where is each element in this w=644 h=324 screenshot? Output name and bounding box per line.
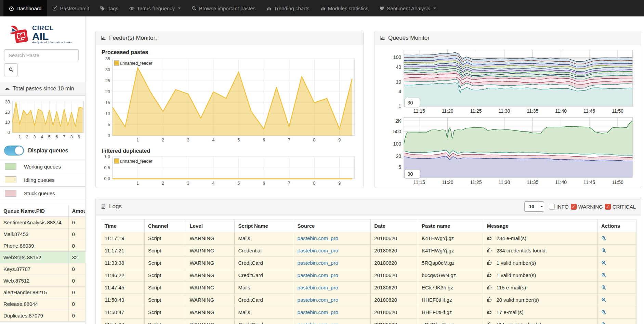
legend-idling-queues: Idling queues [0, 173, 85, 186]
search-plus-icon[interactable] [601, 297, 606, 303]
log-source: pastebin.com_pro [294, 232, 371, 245]
svg-text:8: 8 [313, 181, 316, 186]
caret-down-icon [178, 8, 181, 9]
nav-item-tags[interactable]: Tags [94, 0, 124, 16]
search-plus-icon[interactable] [601, 272, 606, 278]
log-actions [597, 306, 636, 319]
queue-amount: 0 [68, 240, 86, 252]
svg-text:9: 9 [78, 135, 80, 139]
legend-swatch [5, 176, 16, 183]
svg-text:7: 7 [63, 135, 65, 139]
checkbox-warning[interactable]: ✓ [571, 204, 577, 210]
log-script: CreditCard [235, 294, 294, 306]
filter-info[interactable]: INFO [549, 204, 569, 210]
thumbs-up-icon [487, 248, 492, 253]
thumbs-up-icon [487, 322, 492, 324]
svg-text:3: 3 [34, 135, 36, 139]
log-paste-name: HHEF0tHf.gz [418, 294, 483, 306]
nav-item-modules-statistics[interactable]: Modules statistics [315, 0, 374, 16]
svg-text:6: 6 [263, 181, 265, 186]
queues-bottom-zoom-input[interactable] [404, 169, 420, 178]
log-time: 11:46:22 [101, 269, 145, 282]
logo-subtitle: Analysis of Information Leaks [32, 41, 72, 44]
search-plus-icon[interactable] [601, 260, 606, 266]
search-paste-input[interactable] [4, 49, 79, 61]
legend-stuck-queues: Stuck queues [0, 186, 85, 200]
svg-text:4: 4 [398, 89, 401, 94]
nav-item-label: Tags [107, 5, 118, 11]
tag-icon [100, 5, 105, 11]
log-actions [597, 269, 636, 282]
logs-header-source: Source [294, 220, 371, 232]
nav-item-label: Terms frequency [137, 5, 175, 11]
svg-text:100: 100 [393, 54, 402, 60]
log-date: 20180620 [371, 257, 418, 269]
bar-chart-icon [266, 5, 272, 11]
logs-panel: Logs 10 INFO✓WARNING✓CRITICAL TimeChanne… [95, 198, 641, 324]
edit-icon [52, 5, 57, 11]
dashboard-icon [9, 5, 14, 11]
search-plus-icon[interactable] [601, 309, 606, 315]
svg-text:9: 9 [338, 138, 341, 142]
svg-text:1: 1 [18, 135, 21, 139]
nav-item-terms-frequency[interactable]: Terms frequency [124, 0, 186, 16]
log-paste-name: HHEF0tHf.gz [418, 306, 483, 319]
svg-text:unnamed_feeder: unnamed_feeder [120, 61, 153, 66]
queue-row: Keys.877870 [0, 263, 86, 275]
source-link[interactable]: pastebin.com_pro [298, 235, 338, 241]
log-date: 20180620 [371, 269, 418, 282]
log-script: Mails [235, 232, 294, 245]
svg-text:6: 6 [56, 135, 58, 139]
nav-item-dashboard[interactable]: Dashboard [3, 0, 47, 16]
display-queues-toggle[interactable] [4, 146, 24, 155]
svg-text:0: 0 [8, 130, 10, 135]
log-row: 11:47:45ScriptWARNINGMailspastebin.com_p… [101, 282, 636, 294]
svg-text:10: 10 [105, 111, 110, 116]
queue-row: WebStats.8815232 [0, 252, 86, 263]
checkbox-critical[interactable]: ✓ [605, 204, 611, 210]
source-link[interactable]: pastebin.com_pro [298, 248, 338, 253]
source-link[interactable]: pastebin.com_pro [298, 272, 338, 278]
nav-item-browse-important-pastes[interactable]: Browse important pastes [186, 0, 261, 16]
thumbs-up-icon [487, 309, 492, 315]
nav-item-trending-charts[interactable]: Trending charts [261, 0, 315, 16]
nav-item-pastesubmit[interactable]: PasteSubmit [47, 0, 94, 16]
svg-text:11:35: 11:35 [527, 108, 538, 114]
search-button[interactable] [4, 63, 18, 76]
checkbox-info[interactable] [549, 204, 555, 210]
filter-warning[interactable]: ✓WARNING [571, 204, 603, 210]
queues-monitor-panel: Queues Monitor 14104010011:1511:2011:251… [374, 31, 641, 188]
source-link[interactable]: pastebin.com_pro [298, 297, 338, 303]
log-channel: Script [144, 294, 186, 306]
queue-amount: 0 [68, 310, 86, 322]
log-channel: Script [144, 257, 186, 269]
nav-item-sentiment-analysis[interactable]: Sentiment Analysis [374, 0, 442, 16]
source-link[interactable]: pastebin.com_pro [298, 322, 338, 324]
log-row: 11:50:43ScriptWARNINGCreditCardpastebin.… [101, 294, 636, 306]
log-script: CreditCard [235, 257, 294, 269]
logo-line2: AIL [32, 32, 72, 41]
svg-text:0.5: 0.5 [104, 165, 110, 170]
search-plus-icon[interactable] [601, 285, 606, 290]
logs-header-date: Date [371, 220, 418, 232]
logs-page-size-select[interactable]: 10 [524, 201, 544, 212]
svg-text:11:45: 11:45 [583, 108, 595, 114]
source-link[interactable]: pastebin.com_pro [298, 260, 338, 266]
log-date: 20180620 [371, 319, 418, 324]
svg-text:6: 6 [263, 138, 265, 142]
log-source: pastebin.com_pro [294, 319, 371, 324]
filter-critical[interactable]: ✓CRITICAL [605, 204, 636, 210]
source-link[interactable]: pastebin.com_pro [298, 309, 338, 315]
source-link[interactable]: pastebin.com_pro [298, 285, 338, 290]
queue-table-header-amount: Amount [68, 205, 86, 217]
nav-item-label: PasteSubmit [60, 5, 89, 11]
search-plus-icon[interactable] [601, 235, 606, 241]
svg-text:5: 5 [398, 164, 401, 170]
queues-top-zoom-input[interactable] [404, 98, 420, 107]
search-plus-icon[interactable] [601, 322, 606, 324]
queue-name: Web.87512 [0, 275, 68, 287]
search-plus-icon[interactable] [601, 248, 606, 253]
svg-text:11:25: 11:25 [470, 108, 482, 114]
queue-name: Mail.87453 [0, 228, 68, 240]
log-paste-name: K4THWgYj.gz [418, 232, 483, 245]
